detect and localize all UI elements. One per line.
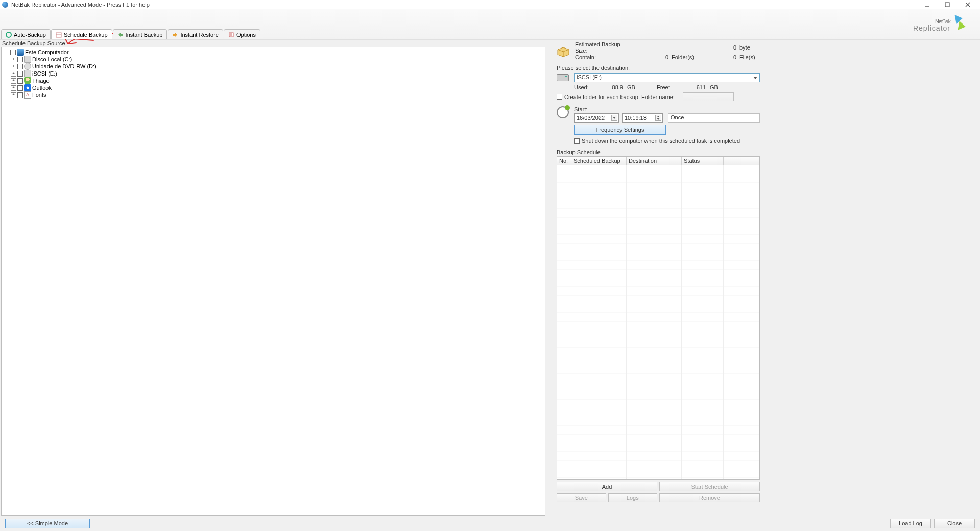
tree-node-computer[interactable]: Este Computador: [4, 49, 543, 56]
tree-node-iscsi-e[interactable]: + iSCSI (E:): [4, 70, 543, 77]
checkbox[interactable]: [17, 78, 23, 84]
checkbox[interactable]: [17, 64, 23, 69]
contain-label: Contain:: [575, 54, 631, 60]
checkbox[interactable]: [17, 92, 23, 98]
expander-icon[interactable]: +: [11, 71, 16, 77]
close-button[interactable]: [958, 0, 978, 9]
computer-icon: [17, 49, 24, 56]
start-schedule-button[interactable]: Start Schedule: [659, 482, 760, 491]
instant-backup-icon: [117, 32, 124, 38]
remove-button[interactable]: Remove: [659, 493, 760, 502]
expander-icon[interactable]: +: [11, 92, 16, 98]
create-folder-checkbox[interactable]: [557, 94, 562, 100]
titlebar: NetBak Replicator - Advanced Mode - Pres…: [0, 0, 980, 9]
free-label: Free:: [657, 84, 675, 90]
expander-icon[interactable]: +: [11, 57, 16, 62]
drive-icon: [557, 74, 569, 81]
main-tabbar: Auto-Backup Schedule Backup Instant Back…: [1, 29, 261, 39]
expander-icon[interactable]: +: [11, 85, 16, 91]
tab-instant-restore[interactable]: Instant Restore: [168, 29, 223, 39]
schedule-table-body: [557, 165, 759, 479]
close-icon: [965, 2, 970, 7]
add-button[interactable]: Add: [557, 482, 657, 491]
tree-node-label: Outlook: [32, 85, 52, 91]
schedule-table[interactable]: No. Scheduled Backup Destination Status: [557, 156, 760, 480]
logo-replicator: Replicator: [913, 25, 950, 32]
box-icon: [557, 45, 570, 57]
minimize-button[interactable]: [917, 0, 937, 9]
tree-node-label: Este Computador: [25, 49, 69, 55]
col-destination[interactable]: Destination: [627, 157, 682, 165]
auto-backup-icon: [6, 32, 12, 38]
simple-mode-button[interactable]: << Simple Mode: [5, 519, 90, 528]
create-folder-label: Create folder for each backup. Folder na…: [564, 94, 675, 100]
est-size-value: 0: [706, 44, 736, 51]
est-size-unit: byte: [739, 44, 760, 51]
tab-auto-backup-label: Auto-Backup: [14, 32, 46, 38]
save-button[interactable]: Save: [557, 493, 606, 502]
tab-options[interactable]: Options: [224, 29, 260, 39]
start-label: Start:: [574, 106, 760, 112]
shutdown-label: Shut down the computer when this schedul…: [582, 138, 740, 144]
instant-restore-icon: [172, 32, 178, 38]
tree-node-user-thiago[interactable]: + Thiago: [4, 77, 543, 84]
start-time-input[interactable]: 10:19:13: [622, 113, 663, 123]
col-status[interactable]: Status: [682, 157, 724, 165]
checkbox[interactable]: [10, 50, 16, 55]
tree-node-dvd-d[interactable]: + Unidade de DVD-RW (D:): [4, 63, 543, 70]
maximize-icon: [945, 2, 950, 7]
expander-icon[interactable]: +: [11, 78, 16, 84]
tab-auto-backup[interactable]: Auto-Backup: [1, 29, 51, 39]
free-unit: GB: [708, 84, 720, 90]
start-date-value: 16/03/2022: [577, 115, 605, 121]
frequency-settings-button[interactable]: Frequency Settings: [574, 125, 666, 135]
date-picker-icon[interactable]: [611, 115, 617, 121]
drive-icon: [24, 70, 31, 77]
footer-close-button[interactable]: Close: [934, 519, 975, 528]
tree-node-drive-c[interactable]: + Disco Local (C:): [4, 56, 543, 63]
checkbox[interactable]: [17, 71, 23, 77]
shutdown-checkbox[interactable]: [574, 138, 580, 144]
destination-select[interactable]: iSCSI (E:): [574, 73, 760, 82]
logs-button[interactable]: Logs: [608, 493, 658, 502]
recurrence-input[interactable]: Once: [668, 113, 760, 123]
destination-value: iSCSI (E:): [577, 74, 602, 80]
checkbox[interactable]: [17, 57, 23, 62]
logo-bak: Bak: [942, 18, 950, 25]
est-size-label: Estimated Backup Size:: [575, 41, 631, 54]
tree-node-outlook[interactable]: + Outlook: [4, 84, 543, 91]
free-value: 611: [677, 84, 706, 90]
maximize-button[interactable]: [937, 0, 958, 9]
col-extra[interactable]: [724, 157, 759, 165]
recurrence-value: Once: [671, 114, 684, 120]
load-log-button[interactable]: Load Log: [890, 519, 931, 528]
source-tree[interactable]: Este Computador + Disco Local (C:) + Uni…: [1, 47, 545, 516]
col-no[interactable]: No.: [557, 157, 571, 165]
window-title: NetBak Replicator - Advanced Mode - Pres…: [11, 2, 917, 8]
logo-mark-icon: [953, 13, 970, 32]
tab-options-label: Options: [236, 32, 256, 38]
schedule-backup-icon: [56, 32, 62, 38]
tree-node-label: Thiago: [32, 78, 50, 84]
minimize-icon: [924, 2, 929, 7]
drive-icon: [24, 56, 31, 63]
checkbox[interactable]: [17, 85, 23, 91]
svg-rect-5: [56, 33, 61, 37]
tree-node-label: Fonts: [32, 92, 46, 98]
backup-schedule-label: Backup Schedule: [557, 149, 760, 155]
clock-icon: [557, 106, 569, 118]
start-date-input[interactable]: 16/03/2022: [574, 113, 619, 123]
tab-instant-backup[interactable]: Instant Backup: [113, 29, 168, 39]
logo-net: Net: [935, 18, 942, 25]
used-unit: GB: [625, 84, 637, 90]
options-icon: [228, 32, 234, 38]
tree-node-label: Unidade de DVD-RW (D:): [32, 63, 97, 69]
tab-schedule-backup[interactable]: Schedule Backup: [51, 29, 112, 39]
tree-node-fonts[interactable]: + Fonts: [4, 91, 543, 99]
time-spinner-icon[interactable]: [655, 115, 661, 121]
folder-name-input[interactable]: [683, 92, 734, 101]
start-time-value: 10:19:13: [625, 115, 647, 121]
col-scheduled-backup[interactable]: Scheduled Backup: [571, 157, 627, 165]
tab-instant-restore-label: Instant Restore: [180, 32, 219, 38]
expander-icon[interactable]: +: [11, 64, 16, 69]
